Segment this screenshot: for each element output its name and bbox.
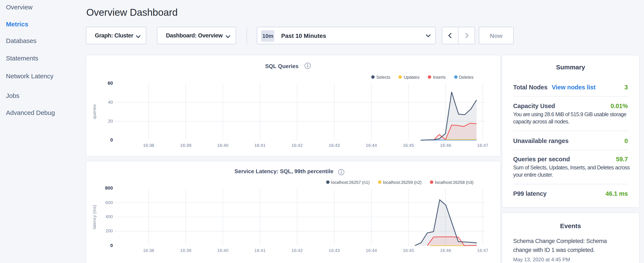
svg-text:16:45: 16:45 — [403, 248, 414, 253]
svg-text:40: 40 — [108, 100, 113, 105]
svg-text:16:44: 16:44 — [366, 248, 377, 253]
svg-text:16:46: 16:46 — [440, 143, 451, 148]
svg-text:0: 0 — [110, 137, 113, 143]
svg-text:16:46: 16:46 — [440, 248, 451, 253]
svg-text:16:39: 16:39 — [180, 248, 191, 253]
svg-text:0: 0 — [110, 242, 113, 248]
svg-text:16:42: 16:42 — [291, 248, 302, 253]
svg-text:queries: queries — [92, 105, 96, 119]
svg-text:16:47: 16:47 — [477, 248, 488, 253]
svg-text:16:38: 16:38 — [143, 143, 154, 148]
svg-text:16:42: 16:42 — [291, 143, 302, 148]
svg-text:16:45: 16:45 — [403, 143, 414, 148]
svg-text:200: 200 — [105, 228, 113, 233]
svg-text:16:39: 16:39 — [180, 143, 191, 148]
svg-text:16:47: 16:47 — [477, 143, 488, 148]
svg-text:16:43: 16:43 — [328, 248, 340, 253]
svg-text:600: 600 — [105, 200, 113, 205]
svg-text:16:40: 16:40 — [217, 248, 228, 253]
svg-text:16:44: 16:44 — [366, 143, 377, 148]
svg-text:16:41: 16:41 — [254, 248, 266, 253]
svg-text:800: 800 — [105, 185, 113, 191]
svg-text:20: 20 — [108, 119, 113, 123]
svg-text:16:38: 16:38 — [143, 248, 154, 253]
svg-text:16:40: 16:40 — [217, 143, 228, 148]
svg-text:16:43: 16:43 — [328, 143, 340, 148]
svg-text:16:41: 16:41 — [254, 143, 266, 148]
svg-text:400: 400 — [105, 214, 113, 219]
svg-text:60: 60 — [108, 80, 113, 86]
svg-text:latency (ms): latency (ms) — [92, 205, 96, 229]
